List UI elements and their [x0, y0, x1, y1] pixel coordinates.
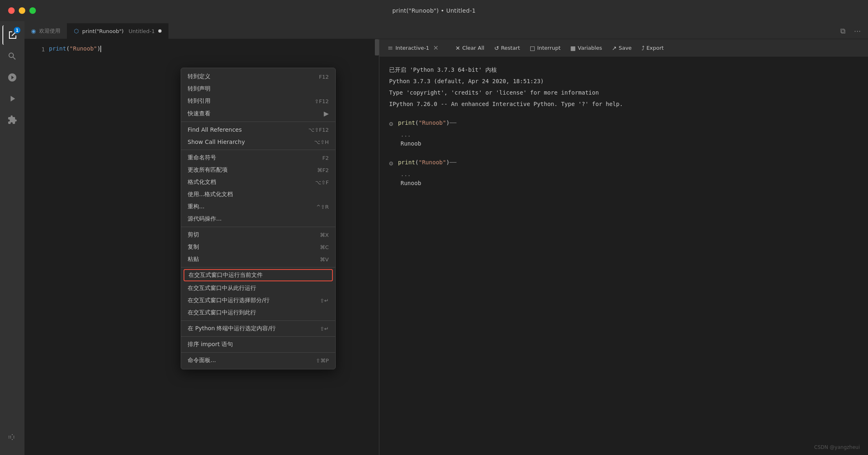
repl-output-1: Runoob: [401, 139, 858, 148]
save-button[interactable]: ↗ Save: [608, 43, 636, 53]
welcome-icon: ◉: [31, 28, 36, 34]
menu-cut[interactable]: 剪切 ⌘X: [181, 229, 335, 241]
line-number-1: 1: [42, 45, 45, 54]
menu-command-palette[interactable]: 命令面板... ⇧⌘P: [181, 354, 335, 367]
menu-goto-definition[interactable]: 转到定义 F12: [181, 71, 335, 83]
sidebar-item-jupyter[interactable]: [2, 427, 22, 447]
more-actions-button[interactable]: ···: [852, 25, 863, 37]
menu-paste[interactable]: 粘贴 ⌘V: [181, 253, 335, 265]
sidebar-item-explorer[interactable]: 1: [2, 25, 22, 45]
editor-code-content: print("Runoob"): [49, 44, 101, 53]
code-print-keyword: print: [49, 45, 66, 52]
traffic-lights: [0, 7, 36, 14]
sidebar-item-run[interactable]: [2, 89, 22, 108]
interrupt-icon: □: [530, 45, 535, 51]
tab-filename-ext: Untitled-1: [128, 28, 155, 34]
clear-all-label: Clear All: [462, 45, 484, 51]
interactive-panel-header: ≡ Interactive-1 ✕ ✕ Clear All ↺ Restart …: [379, 39, 868, 57]
text-cursor: [100, 46, 101, 52]
split-editor-button[interactable]: ⧉: [837, 25, 848, 37]
interactive-tab-close[interactable]: ✕: [432, 44, 440, 52]
titlebar: print("Runoob") • Untitled-1: [0, 0, 868, 21]
close-button[interactable]: [8, 7, 15, 14]
menu-separator-2: [181, 150, 335, 150]
repl-code-2: print("Runoob")──: [398, 158, 456, 167]
clear-all-icon: ✕: [455, 45, 460, 51]
startup-line-4: IPython 7.26.0 -- An enhanced Interactiv…: [389, 99, 858, 108]
menu-run-python-terminal[interactable]: 在 Python 终端中运行选定内容/行 ⇧↵: [181, 322, 335, 335]
repl-block-1: ⚙ print("Runoob")── ... Runoob: [389, 118, 858, 148]
interactive-tab-icon: ≡: [388, 44, 393, 52]
menu-format-document[interactable]: 格式化文档 ⌥⇧F: [181, 176, 335, 188]
menu-format-document-with[interactable]: 使用...格式化文档: [181, 188, 335, 201]
menu-goto-references[interactable]: 转到引用 ⇧F12: [181, 95, 335, 107]
menu-separator-5: [181, 320, 335, 321]
maximize-button[interactable]: [29, 7, 36, 14]
export-button[interactable]: ⤴ Export: [638, 43, 668, 53]
tab-bar: ◉ 欢迎使用 ⬡ print("Runoob") Untitled-1 ⧉ ··…: [24, 21, 868, 39]
menu-run-in-interactive[interactable]: 在交互式窗口中运行当前文件: [184, 269, 333, 281]
menu-source-action[interactable]: 源代码操作...: [181, 213, 335, 225]
menu-refactor[interactable]: 重构... ^⇧R: [181, 201, 335, 213]
repl-gear-icon-2: ⚙: [389, 159, 393, 168]
minimize-button[interactable]: [19, 7, 25, 14]
interrupt-label: Interrupt: [537, 45, 560, 51]
repl-code-1: print("Runoob")──: [398, 118, 456, 127]
menu-run-from-line[interactable]: 在交互式窗口中从此行运行: [181, 282, 335, 294]
tab-active-file[interactable]: ⬡ print("Runoob") Untitled-1: [67, 23, 168, 39]
export-icon: ⤴: [642, 45, 644, 51]
menu-goto-declaration[interactable]: 转到声明: [181, 83, 335, 95]
restart-label: Restart: [501, 45, 520, 51]
tab-modified-indicator: [158, 29, 162, 33]
code-string-value: "Runoob": [70, 45, 97, 52]
sidebar-item-source-control[interactable]: [2, 68, 22, 87]
interactive-tab-label: Interactive-1: [395, 45, 429, 51]
menu-call-hierarchy[interactable]: Show Call Hierarchy ⌥⇧H: [181, 136, 335, 148]
tab-actions: ⧉ ···: [837, 23, 868, 39]
interactive-tab: ≡ Interactive-1 ✕: [384, 42, 443, 54]
repl-prompt-2: ⚙ print("Runoob")──: [389, 158, 858, 168]
menu-sort-imports[interactable]: 排序 import 语句: [181, 338, 335, 351]
sidebar-item-extensions[interactable]: [2, 110, 22, 130]
repl-output-2: Runoob: [401, 179, 858, 188]
restart-button[interactable]: ↺ Restart: [490, 43, 524, 53]
activity-bar: 1: [0, 21, 24, 455]
menu-quick-look[interactable]: 快速查看 ▶: [181, 107, 335, 120]
save-icon: ↗: [612, 45, 617, 51]
code-paren-close: ): [97, 45, 100, 52]
variables-icon: ▦: [570, 45, 576, 51]
repl-gear-icon-1: ⚙: [389, 119, 393, 128]
variables-button[interactable]: ▦ Variables: [566, 43, 606, 53]
repl-dots-2: ...: [401, 170, 858, 179]
menu-run-selection[interactable]: 在交互式窗口中运行选择部分/行 ⇧↵: [181, 294, 335, 307]
export-label: Export: [647, 45, 664, 51]
startup-line-1: 已开启 'Python 3.7.3 64-bit' 内核: [389, 65, 858, 74]
menu-change-occurrences[interactable]: 更改所有匹配项 ⌘F2: [181, 164, 335, 176]
interrupt-button[interactable]: □ Interrupt: [526, 43, 565, 53]
variables-label: Variables: [578, 45, 602, 51]
content-area: 1 print("Runoob") 转到定义 F12 转到声明 转到引用: [24, 39, 868, 455]
repl-dots-1: ...: [401, 130, 858, 139]
menu-separator-4: [181, 267, 335, 267]
menu-find-all-references[interactable]: Find All References ⌥⇧F12: [181, 124, 335, 136]
interactive-content: 已开启 'Python 3.7.3 64-bit' 内核 Python 3.7.…: [379, 57, 868, 455]
menu-copy[interactable]: 复制 ⌘C: [181, 241, 335, 253]
menu-separator-7: [181, 352, 335, 353]
menu-run-to-line[interactable]: 在交互式窗口中运行到此行: [181, 307, 335, 319]
interactive-panel: ≡ Interactive-1 ✕ ✕ Clear All ↺ Restart …: [379, 39, 868, 455]
menu-rename-symbol[interactable]: 重命名符号 F2: [181, 152, 335, 164]
python-icon: ⬡: [74, 28, 79, 34]
startup-line-3: Type 'copyright', 'credits' or 'license'…: [389, 88, 858, 97]
tab-welcome-label: 欢迎使用: [39, 27, 60, 35]
tab-welcome[interactable]: ◉ 欢迎使用: [24, 23, 67, 39]
scroll-indicator: [375, 39, 379, 55]
clear-all-button[interactable]: ✕ Clear All: [451, 43, 488, 53]
tab-filename-label: print("Runoob"): [82, 28, 124, 34]
menu-separator-1: [181, 121, 335, 122]
repl-block-2: ⚙ print("Runoob")── ... Runoob: [389, 158, 858, 188]
save-label: Save: [619, 45, 632, 51]
menu-separator-3: [181, 227, 335, 227]
editor-panel[interactable]: 1 print("Runoob") 转到定义 F12 转到声明 转到引用: [24, 39, 379, 455]
repl-prompt-1: ⚙ print("Runoob")──: [389, 118, 858, 128]
sidebar-item-search[interactable]: [2, 46, 22, 66]
